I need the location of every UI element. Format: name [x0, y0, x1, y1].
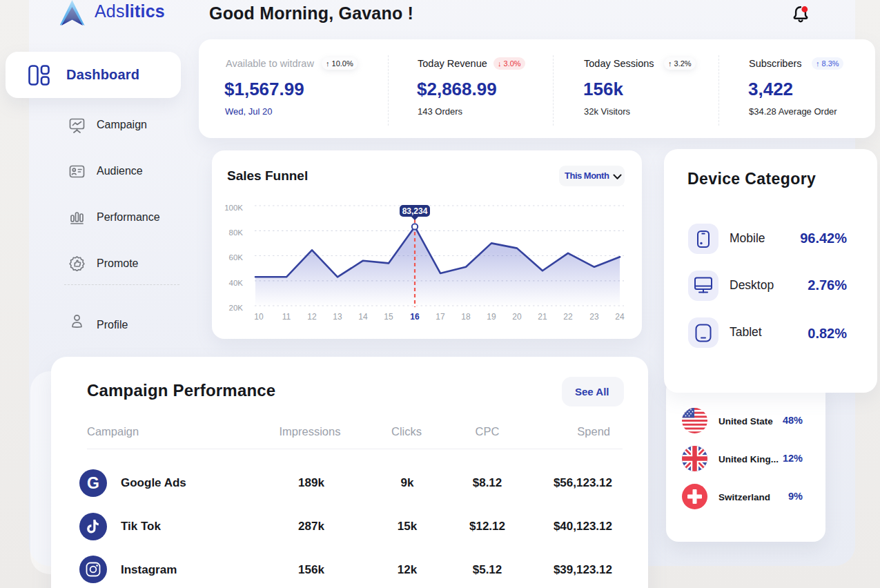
svg-text:83,234: 83,234: [402, 206, 428, 216]
svg-text:60K: 60K: [229, 253, 244, 262]
svg-text:40K: 40K: [229, 279, 244, 287]
svg-text:100K: 100K: [224, 204, 243, 212]
svg-text:20K: 20K: [229, 304, 244, 312]
svg-text:80K: 80K: [229, 228, 244, 237]
